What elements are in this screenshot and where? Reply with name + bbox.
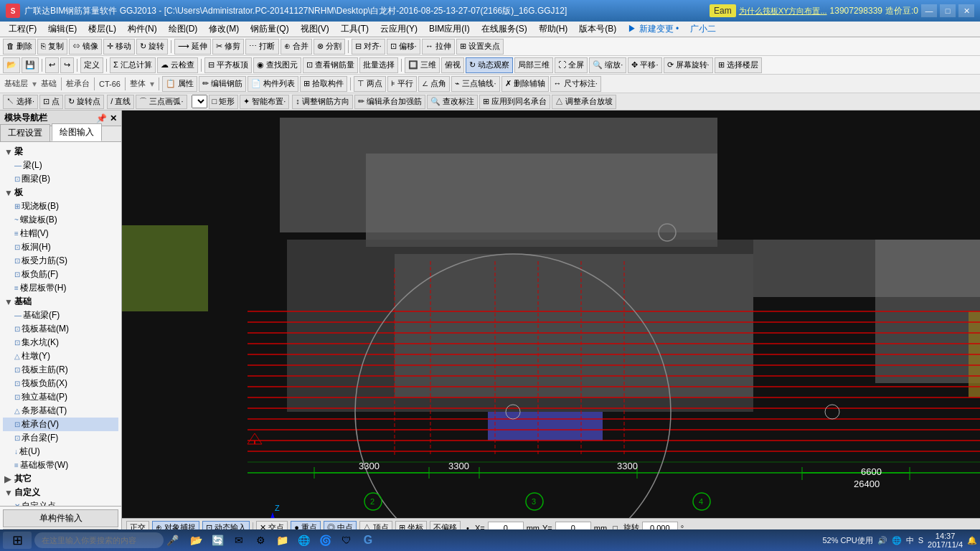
task-icon-app3[interactable]: 🛡 xyxy=(338,532,355,549)
sound-icon[interactable]: 🔊 xyxy=(877,536,887,545)
tree-item-slabnegreebar[interactable]: ⊡ 板负筋(F) xyxy=(3,268,118,281)
offset-button[interactable]: ⊡ 偏移· xyxy=(387,39,420,55)
twopoint-button[interactable]: ⊤ 两点 xyxy=(354,76,386,92)
tree-item-slabrebar[interactable]: ⊡ 板受力筋(S) xyxy=(3,254,118,268)
adjust-dir-button[interactable]: ↕ 调整钢筋方向 xyxy=(292,95,353,109)
3d-button[interactable]: 🔲 三维 xyxy=(405,57,440,73)
tree-item-foundation[interactable]: ▼ 基础 xyxy=(3,295,118,309)
menu-newchange[interactable]: ▶ 新建变更 • xyxy=(622,22,684,37)
cloud-check-button[interactable]: ☁ 云检查 xyxy=(157,57,198,73)
maximize-button[interactable]: □ xyxy=(940,4,956,17)
tree-item-sumppit[interactable]: ⊡ 集水坑(K) xyxy=(3,336,118,349)
break-button[interactable]: ⋯ 打断 xyxy=(245,39,278,55)
notifications-icon[interactable]: 🔔 xyxy=(967,536,977,545)
rect-button[interactable]: □ 矩形 xyxy=(209,95,239,109)
menu-component[interactable]: 构件(N) xyxy=(122,22,163,37)
point-button[interactable]: ⊡ 点 xyxy=(39,95,63,109)
top-view-button[interactable]: 俯视 xyxy=(441,57,464,73)
open-file-button[interactable]: 📂 xyxy=(3,57,20,73)
menu-online[interactable]: 在线服务(S) xyxy=(476,22,533,37)
parallel-button[interactable]: ⊧ 平行 xyxy=(387,76,417,92)
rotpoint-button[interactable]: ↻ 旋转点 xyxy=(65,95,104,109)
trim-button[interactable]: ✂ 修剪 xyxy=(212,39,244,55)
merge-button[interactable]: ⊕ 合并 xyxy=(281,39,312,55)
minimize-button[interactable]: — xyxy=(921,4,937,17)
nav-close-icon[interactable]: ✕ xyxy=(110,113,117,123)
security-icon[interactable]: S xyxy=(918,536,923,545)
task-icon-files[interactable]: 📁 xyxy=(273,532,291,549)
copy-button[interactable]: ⎘ 复制 xyxy=(37,39,67,55)
voice-icon[interactable]: 🎤 xyxy=(166,534,179,546)
stretch-button[interactable]: ↔ 拉伸 xyxy=(422,39,455,55)
tree-item-other[interactable]: ▶ 其它 xyxy=(3,472,118,486)
mirror-button[interactable]: ⇔ 镜像 xyxy=(69,39,102,55)
drawing-canvas[interactable]: Z 3300 3300 3300 6600 26400 2 xyxy=(122,110,980,518)
tree-item-stripfound[interactable]: △ 条形基础(T) xyxy=(3,404,118,418)
smart-button[interactable]: ✦ 智能布置· xyxy=(240,95,289,109)
menu-bim[interactable]: BIM应用(I) xyxy=(423,22,476,37)
batch-select-button[interactable]: 批量选择 xyxy=(359,57,398,73)
menu-assistant[interactable]: 广小二 xyxy=(684,22,722,37)
menu-edit[interactable]: 编辑(E) xyxy=(42,22,83,37)
tree-item-slab[interactable]: ▼ 板 xyxy=(3,186,118,199)
delete-button[interactable]: 🗑 删除 xyxy=(3,39,36,55)
menu-view[interactable]: 视图(V) xyxy=(295,22,335,37)
edit-rebar-button[interactable]: ✏ 编辑钢筋 xyxy=(199,76,246,92)
view-rebar-button[interactable]: ⊡ 查看钢筋量 xyxy=(303,57,358,73)
task-icon-app1[interactable]: 🔄 xyxy=(209,532,226,549)
define-button[interactable]: 定义 xyxy=(80,57,103,73)
tree-item-foundband[interactable]: ≡ 基础板带(W) xyxy=(3,458,118,472)
move-button[interactable]: ✛ 移动 xyxy=(103,39,135,55)
menu-tools[interactable]: 工具(T) xyxy=(335,22,374,37)
angle-button[interactable]: ∠ 点角 xyxy=(418,76,450,92)
tree-item-raftmainrebar[interactable]: ⊡ 筏板主筋(R) xyxy=(3,363,118,377)
task-icon-settings[interactable]: ⚙ xyxy=(252,532,269,549)
tree-item-foundbeam[interactable]: — 基础梁(F) xyxy=(3,309,118,322)
menu-version[interactable]: 版本号(B) xyxy=(573,22,622,37)
zoom-button[interactable]: 🔍 缩放· xyxy=(589,57,626,73)
tree-item-pilecap[interactable]: ⊡ 桩承台(V) xyxy=(3,418,118,431)
menu-modify[interactable]: 修改(M) xyxy=(203,22,245,37)
tree-item-spiralslab[interactable]: ~ 螺旋板(B) xyxy=(3,213,118,227)
tree-item-columnhat[interactable]: ≡ 柱帽(V) xyxy=(3,227,118,240)
pan-button[interactable]: ✥ 平移· xyxy=(628,57,661,73)
tree-item-custompoint[interactable]: ✕ 自定义点 xyxy=(3,499,118,506)
screen-rotate-button[interactable]: ⟳ 屏幕旋转· xyxy=(664,57,713,73)
split-button[interactable]: ⊗ 分割 xyxy=(314,39,345,55)
tree-item-capbeam[interactable]: ⊡ 承台梁(F) xyxy=(3,431,118,445)
tree-item-raftfound[interactable]: ⊡ 筏板基础(M) xyxy=(3,322,118,336)
align-button[interactable]: ⊟ 对齐· xyxy=(352,39,385,55)
line-button[interactable]: / 直线 xyxy=(107,95,134,109)
shape-dropdown[interactable] xyxy=(192,95,207,108)
del-aux-button[interactable]: ✗ 删除辅轴 xyxy=(501,76,549,92)
apply-same-button[interactable]: ⊞ 应用到同名承台 xyxy=(479,95,550,109)
tree-item-castslab[interactable]: ⊞ 现浇板(B) xyxy=(3,199,118,213)
tree-item-floorband[interactable]: ≡ 楼层板带(H) xyxy=(3,281,118,295)
single-comp-button[interactable]: 单构件输入 xyxy=(3,509,118,527)
fullscreen-button[interactable]: ⛶ 全屏 xyxy=(555,57,588,73)
tree-item-columncap[interactable]: △ 柱墩(Y) xyxy=(3,349,118,363)
menu-help[interactable]: 帮助(H) xyxy=(533,22,574,37)
check-annot-button[interactable]: 🔍 查改标注 xyxy=(427,95,478,109)
menu-draw[interactable]: 绘图(D) xyxy=(163,22,204,37)
task-icon-g[interactable]: G xyxy=(359,532,377,549)
extend-button[interactable]: ⟶ 延伸 xyxy=(174,39,211,55)
props-button[interactable]: 📋 属性 xyxy=(162,76,197,92)
network-icon[interactable]: 🌐 xyxy=(892,536,902,545)
menu-floor[interactable]: 楼层(L) xyxy=(83,22,122,37)
menu-file[interactable]: 工程(F) xyxy=(3,22,42,37)
input-method-icon[interactable]: 中 xyxy=(906,535,914,546)
align-top-button[interactable]: ⊟ 平齐板顶 xyxy=(204,57,252,73)
close-button[interactable]: ✕ xyxy=(958,4,974,17)
find-element-button[interactable]: ◉ 查找图元 xyxy=(253,57,301,73)
task-icon-app2[interactable]: 🌀 xyxy=(316,532,334,549)
comp-list-button[interactable]: 📄 构件列表 xyxy=(248,76,298,92)
tree-item-beam-l[interactable]: — 梁(L) xyxy=(3,159,118,172)
task-icon-mail[interactable]: ✉ xyxy=(230,532,248,549)
dynamic-view-button[interactable]: ↻ 动态观察 xyxy=(466,57,513,73)
tab-project-settings[interactable]: 工程设置 xyxy=(0,124,50,141)
task-icon-explorer[interactable]: 📂 xyxy=(187,532,204,549)
tree-item-pile[interactable]: ↓ 桩(U) xyxy=(3,445,118,458)
nav-pin-icon[interactable]: 📌 xyxy=(96,113,107,123)
top-link[interactable]: 为什么筏板XY方向布置... xyxy=(739,6,827,17)
